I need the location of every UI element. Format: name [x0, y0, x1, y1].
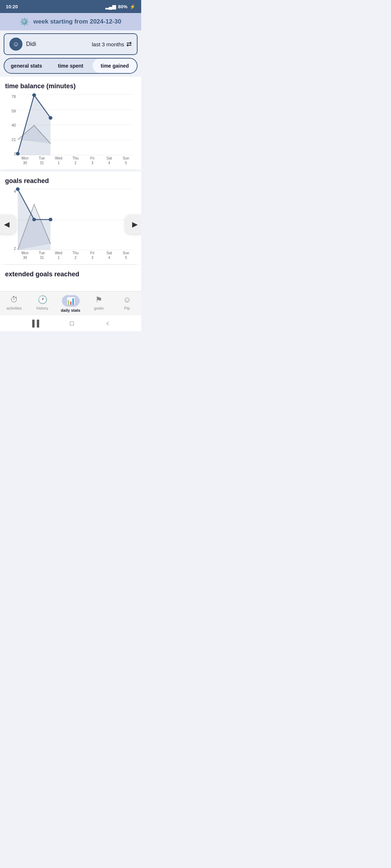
x-label-fri: Fri3 — [85, 156, 100, 167]
goals-x-wed: Wed1 — [51, 251, 66, 261]
status-bar: 10:20 ▂▄▆ 80% ⚡ — [0, 0, 141, 13]
goals-point-wed — [49, 218, 52, 221]
time-balance-section: time balance (minutes) 78 59 40 21 2 — [0, 77, 141, 170]
goals-svg-area — [18, 189, 133, 251]
bottom-nav: ⏱ activities 🕐 history 📊 daily stats ⚑ g… — [0, 291, 141, 315]
y-axis-time: 78 59 40 21 2 — [5, 94, 16, 156]
divider-1 — [5, 170, 136, 170]
x-label-thu: Thu2 — [68, 156, 83, 167]
profile-right[interactable]: last 3 months ⇄ — [92, 40, 132, 48]
time-balance-title: time balance (minutes) — [5, 82, 136, 90]
goals-point-mon — [16, 187, 20, 191]
goals-x-sat: Sat4 — [102, 251, 117, 261]
goals-svg — [18, 189, 133, 251]
goals-x-thu: Thu2 — [68, 251, 83, 261]
daily-stats-icon: 📊 — [66, 297, 75, 305]
tab-gained[interactable]: time gained — [93, 59, 137, 73]
goals-x-fri: Fri3 — [85, 251, 100, 261]
goals-reached-title: goals reached — [5, 177, 136, 185]
activities-label: activities — [7, 306, 22, 310]
goals-x-tue: Tue31 — [35, 251, 49, 261]
battery-icon: ⚡ — [130, 4, 135, 9]
goals-reached-section: goals reached ◀ ▶ 4 3 2 — [0, 171, 141, 264]
extended-goals-section: extended goals reached — [0, 265, 141, 291]
filter-icon[interactable]: ⚙️ — [20, 17, 29, 26]
nav-pip[interactable]: ☺ Pip — [116, 295, 138, 312]
switch-icon[interactable]: ⇄ — [126, 40, 132, 48]
avatar-icon: ☺ — [13, 41, 19, 48]
goals-x-mon: Mon30 — [18, 251, 32, 261]
tabs: general stats time spent time gained — [4, 58, 138, 74]
profile-period: last 3 months — [92, 41, 124, 47]
point-mon — [16, 152, 20, 156]
nav-activities[interactable]: ⏱ activities — [3, 295, 25, 312]
sys-nav-recent[interactable]: ▐▐ — [30, 320, 39, 327]
profile-name: Didi — [26, 41, 36, 47]
goals-y-2: 2 — [5, 246, 16, 251]
goals-label: goals — [94, 306, 104, 310]
profile-row[interactable]: ☺ Didi last 3 months ⇄ — [4, 33, 138, 55]
battery-label: 80% — [118, 4, 127, 9]
nav-goals[interactable]: ⚑ goals — [88, 295, 110, 312]
profile-left: ☺ Didi — [9, 38, 36, 51]
nav-right-button[interactable]: ▶ — [125, 215, 141, 234]
x-axis-time: Mon30 Tue31 Wed1 Thu2 Fri3 Sat4 Sun5 — [18, 156, 133, 167]
tab-spent[interactable]: time spent — [49, 59, 93, 73]
time-balance-chart: 78 59 40 21 2 — [5, 94, 136, 167]
tab-general[interactable]: general stats — [4, 59, 49, 73]
goals-chart: 4 3 2 Mon — [5, 189, 136, 261]
x-axis-goals: Mon30 Tue31 Wed1 Thu2 Fri3 Sat4 Sun5 — [18, 251, 133, 261]
x-label-mon: Mon30 — [18, 156, 32, 167]
x-label-sat: Sat4 — [102, 156, 117, 167]
history-label: history — [37, 306, 48, 310]
y-label-0: 78 — [5, 94, 16, 99]
y-label-2: 40 — [5, 123, 16, 127]
header-title: week starting from 2024-12-30 — [33, 18, 121, 25]
activities-icon: ⏱ — [10, 295, 18, 305]
goals-point-tue — [32, 218, 36, 221]
nav-history[interactable]: 🕐 history — [31, 295, 53, 312]
y-label-4: 2 — [5, 152, 16, 156]
point-wed — [49, 116, 52, 120]
system-nav: ▐▐ □ ﹤ — [0, 315, 141, 331]
x-label-sun: Sun5 — [119, 156, 133, 167]
extended-goals-title: extended goals reached — [5, 271, 136, 278]
x-label-wed: Wed1 — [51, 156, 66, 167]
pip-label: Pip — [124, 306, 130, 310]
x-label-tue: Tue31 — [35, 156, 49, 167]
status-right: ▂▄▆ 80% ⚡ — [105, 4, 135, 9]
daily-stats-label: daily stats — [61, 308, 80, 312]
header: ⚙️ week starting from 2024-12-30 — [0, 13, 141, 30]
goals-x-sun: Sun5 — [119, 251, 133, 261]
nav-left-button[interactable]: ◀ — [0, 215, 16, 234]
avatar: ☺ — [9, 38, 22, 51]
sys-nav-home[interactable]: □ — [70, 320, 74, 327]
goals-y-0: 4 — [5, 189, 16, 193]
time-balance-svg — [18, 94, 133, 156]
pip-icon: ☺ — [123, 295, 131, 305]
nav-daily-stats[interactable]: 📊 daily stats — [60, 295, 81, 312]
y-label-3: 21 — [5, 137, 16, 142]
svg-marker-6 — [18, 95, 51, 155]
y-label-1: 59 — [5, 109, 16, 113]
status-time: 10:20 — [6, 4, 18, 9]
goals-icon: ⚑ — [95, 295, 102, 305]
history-icon: 🕐 — [38, 295, 47, 305]
time-balance-svg-area — [18, 94, 133, 156]
sys-nav-back[interactable]: ﹤ — [105, 319, 111, 328]
point-tue — [32, 93, 36, 97]
signal-icon: ▂▄▆ — [105, 4, 116, 9]
